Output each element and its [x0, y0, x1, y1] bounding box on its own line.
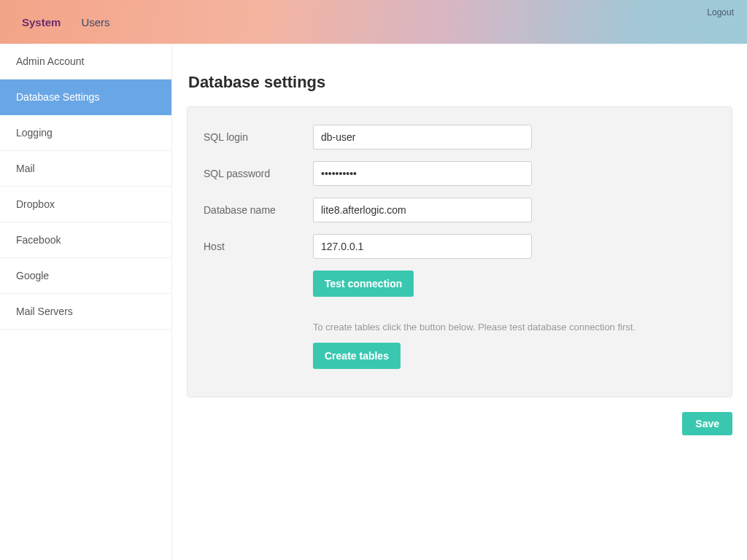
sidebar-item-google[interactable]: Google [0, 258, 171, 294]
label-host: Host [204, 241, 313, 252]
sidebar-item-facebook[interactable]: Facebook [0, 222, 171, 258]
topbar: System Users Logout [0, 0, 747, 44]
nav-users[interactable]: Users [71, 10, 120, 34]
input-host[interactable] [313, 234, 532, 259]
sidebar-item-dropbox[interactable]: Dropbox [0, 187, 171, 222]
nav-system[interactable]: System [12, 10, 71, 34]
sidebar: Admin Account Database Settings Logging … [0, 44, 172, 560]
row-database-name: Database name [204, 198, 716, 222]
sidebar-item-logging[interactable]: Logging [0, 115, 171, 151]
page-title: Database settings [188, 73, 732, 92]
label-sql-login: SQL login [204, 131, 313, 143]
label-database-name: Database name [204, 204, 313, 216]
main-content: Database settings SQL login SQL password… [172, 44, 747, 560]
sidebar-item-database-settings[interactable]: Database Settings [0, 79, 171, 115]
settings-panel: SQL login SQL password Database name Hos… [187, 106, 732, 397]
input-database-name[interactable] [313, 198, 532, 222]
test-connection-button[interactable]: Test connection [313, 271, 414, 297]
create-tables-helper: To create tables click the button below.… [313, 322, 716, 332]
top-nav: System Users [12, 10, 120, 34]
create-tables-button[interactable]: Create tables [313, 343, 400, 369]
input-sql-login[interactable] [313, 125, 532, 149]
label-sql-password: SQL password [204, 168, 313, 179]
save-button[interactable]: Save [682, 412, 732, 435]
sidebar-item-mail[interactable]: Mail [0, 151, 171, 187]
input-sql-password[interactable] [313, 161, 532, 186]
sidebar-item-admin-account[interactable]: Admin Account [0, 44, 171, 79]
row-sql-login: SQL login [204, 125, 716, 149]
logout-link[interactable]: Logout [707, 7, 734, 18]
sidebar-item-mail-servers[interactable]: Mail Servers [0, 294, 171, 330]
row-sql-password: SQL password [204, 161, 716, 186]
row-host: Host [204, 234, 716, 259]
